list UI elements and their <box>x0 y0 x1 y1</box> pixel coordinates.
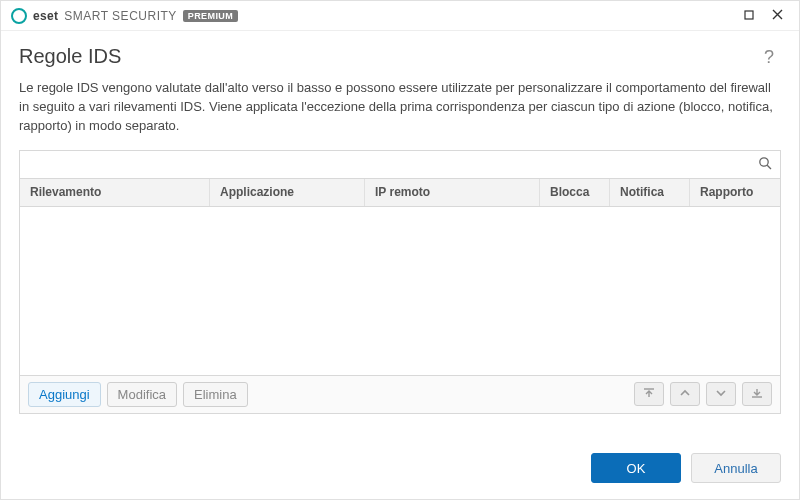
window-maximize-button[interactable] <box>735 5 763 27</box>
page-title: Regole IDS <box>19 45 757 68</box>
brand: eset SMART SECURITY PREMIUM <box>11 8 238 24</box>
search-button[interactable] <box>750 151 780 178</box>
brand-logo-icon <box>11 8 27 24</box>
add-button[interactable]: Aggiungi <box>28 382 101 407</box>
search-input[interactable] <box>20 151 750 178</box>
ok-button[interactable]: OK <box>591 453 681 483</box>
maximize-icon <box>744 8 754 23</box>
move-bottom-icon <box>751 387 763 402</box>
help-button[interactable]: ? <box>757 45 781 69</box>
chevron-up-icon <box>679 387 691 402</box>
dialog-window: eset SMART SECURITY PREMIUM Regole IDS ?… <box>0 0 800 500</box>
delete-button: Elimina <box>183 382 248 407</box>
edit-button: Modifica <box>107 382 177 407</box>
search-row <box>20 151 780 179</box>
col-application[interactable]: Applicazione <box>210 179 365 206</box>
col-detection[interactable]: Rilevamento <box>20 179 210 206</box>
rules-panel: Rilevamento Applicazione IP remoto Blocc… <box>19 150 781 414</box>
move-bottom-button <box>742 382 772 406</box>
panel-actions: Aggiungi Modifica Elimina <box>20 375 780 413</box>
cancel-button[interactable]: Annulla <box>691 453 781 483</box>
brand-tier-badge: PREMIUM <box>183 10 238 22</box>
table-header: Rilevamento Applicazione IP remoto Blocc… <box>20 179 780 207</box>
col-report[interactable]: Rapporto <box>690 179 780 206</box>
move-top-icon <box>643 387 655 402</box>
brand-product-name: SMART SECURITY <box>64 9 177 23</box>
svg-point-2 <box>760 157 768 165</box>
titlebar: eset SMART SECURITY PREMIUM <box>1 1 799 31</box>
chevron-down-icon <box>715 387 727 402</box>
col-block[interactable]: Blocca <box>540 179 610 206</box>
col-notify[interactable]: Notifica <box>610 179 690 206</box>
rules-table: Rilevamento Applicazione IP remoto Blocc… <box>20 179 780 375</box>
move-top-button <box>634 382 664 406</box>
window-close-button[interactable] <box>763 5 791 27</box>
move-up-button <box>670 382 700 406</box>
svg-rect-1 <box>745 11 753 19</box>
dialog-footer: OK Annulla <box>1 441 799 499</box>
svg-point-0 <box>12 9 26 23</box>
table-body-empty <box>20 207 780 375</box>
move-down-button <box>706 382 736 406</box>
search-icon <box>758 156 772 173</box>
close-icon <box>772 8 783 23</box>
brand-eset: eset <box>33 9 58 23</box>
page-description: Le regole IDS vengono valutate dall'alto… <box>19 79 781 136</box>
svg-line-3 <box>767 165 771 169</box>
col-remote-ip[interactable]: IP remoto <box>365 179 540 206</box>
